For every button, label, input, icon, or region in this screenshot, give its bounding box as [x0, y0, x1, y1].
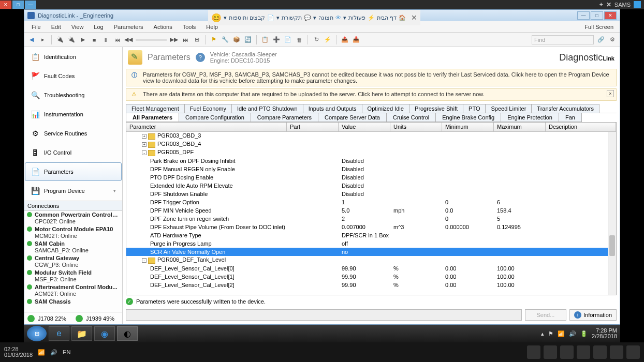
prev-icon[interactable]: ◀◀ [124, 36, 133, 44]
play-icon[interactable]: ▶ [79, 36, 87, 44]
next-icon[interactable]: ▶▶ [170, 36, 178, 44]
table-row[interactable]: DPF Trigger Option106 [126, 198, 616, 206]
hebrew-dropdown-icon-3[interactable]: ▾ [313, 14, 316, 21]
x-icon[interactable]: ✕ [606, 1, 611, 8]
col-units[interactable]: Units [390, 123, 442, 131]
find-input[interactable]: Find [532, 35, 594, 44]
disconnect-icon[interactable]: 🔌 [67, 36, 76, 44]
host-tray-icon-2[interactable]: 🔊 [50, 349, 57, 356]
nav-item-parameters[interactable]: 📄Parameters [25, 162, 122, 181]
hebrew-tab-1[interactable]: פעולות [348, 14, 365, 21]
table-row[interactable]: DEF_Level_Sensor_Cal_Level[2]99.90%0.001… [126, 281, 616, 289]
grid-icon[interactable]: ⊞ [193, 36, 201, 44]
table-row[interactable]: DPF Exhaust Pipe Volume (From Doser to D… [126, 223, 616, 231]
connection-item[interactable]: Motor Control Module EPA10MCM02T: Online [24, 225, 122, 240]
table-row[interactable]: -PGR006_DEF_Tank_Level [126, 256, 616, 264]
tray-up-icon[interactable]: ▴ [541, 330, 544, 337]
menu-edit[interactable]: Edit [46, 22, 66, 32]
refresh-icon[interactable]: ↻ [312, 36, 320, 44]
table-row[interactable]: DPF Shutdown EnableDisabled [126, 190, 616, 198]
export-icon[interactable]: 📤 [341, 36, 349, 44]
host-app-5[interactable] [593, 345, 607, 359]
tray-battery-icon[interactable]: 🔋 [580, 330, 588, 337]
table-row[interactable]: ATD Hardware TypeDPF/SCR in 1 Box [126, 231, 616, 239]
nav-item-service-routines[interactable]: ⚙Service Routines [25, 124, 122, 143]
tool1-icon[interactable]: 🔧 [221, 36, 229, 44]
rewind-icon[interactable]: ⏮ [113, 36, 121, 44]
flag-icon[interactable]: ⚑ [210, 36, 218, 44]
table-row[interactable]: PTO DPF Dosing EnableDisabled [126, 173, 616, 182]
nav-item-fault-codes[interactable]: 🚩Fault Codes [25, 67, 122, 85]
menu-file[interactable]: File [26, 22, 46, 32]
vertical-scrollbar[interactable] [608, 132, 616, 295]
sub-tab[interactable]: Cruise Control [386, 113, 436, 122]
tool5-icon[interactable]: ➕ [272, 36, 281, 44]
host-app-4[interactable] [577, 345, 590, 359]
host-tray-icon-1[interactable]: 📶 [38, 349, 45, 356]
link-icon[interactable]: 🔗 [597, 36, 605, 44]
category-tab[interactable]: Inputs and Outputs [303, 104, 362, 113]
connection-item[interactable]: Modular Switch FieldMSF_P3: Online [24, 269, 122, 283]
host-app-2[interactable] [544, 345, 557, 359]
col-maximum[interactable]: Maximum [494, 123, 546, 131]
hebrew-tab-0[interactable]: דף הבית [377, 14, 397, 21]
taskbar-ie[interactable]: e [49, 326, 69, 341]
host-lang[interactable]: EN [63, 349, 70, 355]
progress-slider[interactable] [136, 39, 167, 41]
host-app-7[interactable] [626, 345, 640, 359]
tray-volume-icon[interactable]: 🔊 [569, 330, 576, 337]
host-app-6[interactable] [610, 345, 623, 359]
menu-log[interactable]: Log [89, 22, 108, 32]
session-minimize-button[interactable]: — [25, 1, 36, 9]
sub-tab[interactable]: Engine Protection [501, 113, 559, 122]
table-row[interactable]: DEF_Level_Sensor_Cal_Level[1]99.90%0.001… [126, 273, 616, 281]
fastfwd-icon[interactable]: ⏭ [181, 36, 189, 44]
close-session-icon[interactable]: ✕ [411, 13, 417, 22]
table-row[interactable]: DEF_Level_Sensor_Cal_Level[0]99.90%0.001… [126, 264, 616, 273]
table-row[interactable]: DPF Zone turn on regen switch205 [126, 215, 616, 223]
menu-parameters[interactable]: Parameters [109, 22, 149, 32]
table-row[interactable]: +PGR003_OBD_4 [126, 140, 616, 148]
col-minimum[interactable]: Minimum [442, 123, 494, 131]
tool2-icon[interactable]: 📦 [232, 36, 241, 44]
taskbar-teamviewer[interactable]: ◉ [94, 326, 115, 341]
session-maximize-button[interactable]: □ [12, 1, 24, 9]
host-app-3[interactable] [560, 345, 574, 359]
forward-icon[interactable]: ▸ [39, 36, 47, 44]
table-row[interactable]: Purge in Progress Lampoff [126, 239, 616, 248]
expand-icon[interactable]: - [142, 258, 147, 263]
table-row[interactable]: +PGR003_OBD_3 [126, 132, 616, 140]
col-value[interactable]: Value [339, 123, 390, 131]
table-row[interactable]: SCR Air Valve Normally Openno [126, 248, 616, 256]
category-tab[interactable]: Fleet Management [126, 104, 185, 113]
import-icon[interactable]: 📥 [352, 36, 360, 44]
maximize-button[interactable]: □ [591, 11, 603, 20]
connection-item[interactable]: Central GatewayCGW_P3: Online [24, 254, 122, 269]
tool7-icon[interactable]: 🗑 [295, 36, 303, 44]
taskbar-explorer[interactable]: 📁 [71, 326, 92, 341]
info-message-bar[interactable]: ⓘ Parameters for CGW_P3, MSF_P3, SAMCAB_… [126, 69, 617, 86]
category-tab[interactable]: Progressive Shift [409, 104, 463, 113]
fullscreen-link[interactable]: Full Screen [584, 24, 618, 30]
back-icon[interactable]: ◀ [27, 36, 36, 44]
nav-item-i-o-control[interactable]: 🎛I/O Control [25, 143, 122, 162]
sub-tab[interactable]: All Parameters [126, 113, 179, 122]
sync-icon[interactable]: ⚡ [324, 36, 332, 44]
table-row[interactable]: Extended Idle Auto RPM ElevateDisabled [126, 182, 616, 190]
col-part[interactable]: Part [287, 123, 339, 131]
help-icon[interactable]: ? [196, 53, 205, 62]
col-parameter[interactable]: Parameter [126, 123, 287, 131]
category-tab[interactable]: Optimized Idle [362, 104, 409, 113]
category-tab[interactable]: Transfer Accumulators [531, 104, 599, 113]
tool3-icon[interactable]: 🔄 [244, 36, 252, 44]
connection-item[interactable]: Common Powertrain Controlle...CPC02T: On… [24, 211, 122, 225]
sub-tab[interactable]: Engine Brake Config [435, 113, 501, 122]
sub-tab[interactable]: Fan [559, 113, 582, 122]
category-tab[interactable]: Fuel Economy [184, 104, 232, 113]
pause-icon[interactable]: ⏸ [101, 36, 110, 44]
host-app-1[interactable] [527, 345, 540, 359]
connection-item[interactable]: SAM CabinSAMCAB_P3: Online [24, 240, 122, 254]
connection-item[interactable]: Aftertreatment Control Modu...ACM02T: On… [24, 283, 122, 298]
expand-icon[interactable]: + [142, 142, 147, 147]
stop-icon[interactable]: ■ [90, 36, 98, 44]
